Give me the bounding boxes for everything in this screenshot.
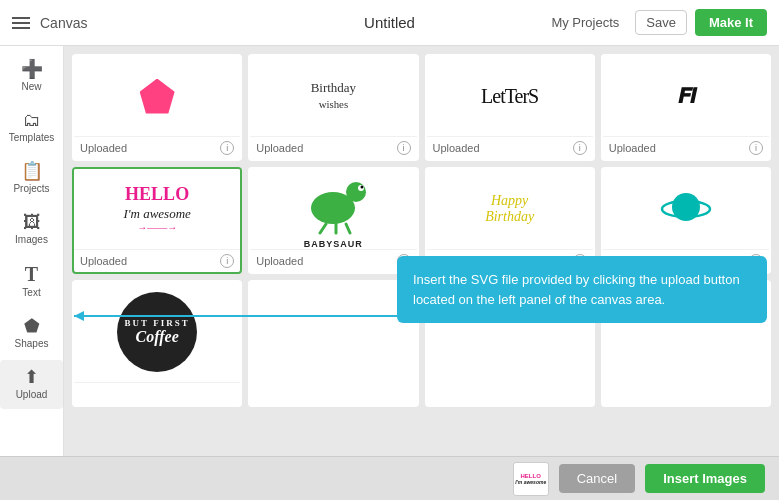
grid-item-6[interactable]: BABYSAUR Uploaded i [248,167,418,274]
grid-item-6-footer: Uploaded i [250,249,416,272]
svg-line-6 [346,224,350,233]
grid-item-4-image: 𝙁𝙄 [603,56,769,136]
document-title[interactable]: Untitled [364,14,415,31]
canvas-area: Uploaded i Birthdaywishes Uploaded i Let… [64,46,779,456]
tooltip-arrow [74,306,414,330]
birthday-image: HappyBirthday [485,193,534,225]
grid-item-9[interactable]: BUT FIRST Coffee i [72,280,242,407]
grid-item-8-image [603,169,769,249]
grid-item-2[interactable]: Birthdaywishes Uploaded i [248,54,418,161]
sidebar-item-new[interactable]: ➕ New [0,52,63,101]
grid-item-2-content: Birthdaywishes [303,72,365,120]
svg-point-9 [672,193,700,221]
grid-item-9-footer: i [74,382,240,405]
make-it-button[interactable]: Make It [695,9,767,36]
grid-item-6-image: BABYSAUR [250,169,416,249]
sidebar-item-new-label: New [21,81,41,93]
grid-item-5-label: Uploaded [80,255,127,267]
sidebar-item-templates[interactable]: 🗂 Templates [0,103,63,152]
save-button[interactable]: Save [635,10,687,35]
planet-image [651,177,721,241]
insert-images-button[interactable]: Insert Images [645,464,765,493]
main-layout: ➕ New 🗂 Templates 📋 Projects 🖼 Images T … [0,46,779,456]
svg-point-3 [361,185,364,188]
grid-item-9-image: BUT FIRST Coffee [74,282,240,382]
grid-item-3-label: Uploaded [433,142,480,154]
hello-image: HELLO I'm awesome →——→ [123,184,190,233]
info-icon-1[interactable]: i [220,141,234,155]
sidebar-item-templates-label: Templates [9,132,55,144]
grid-item-5[interactable]: HELLO I'm awesome →——→ Uploaded i [72,167,242,274]
text-icon: T [25,264,38,284]
cancel-button[interactable]: Cancel [559,464,635,493]
image-grid: Uploaded i Birthdaywishes Uploaded i Let… [72,54,771,407]
images-icon: 🖼 [23,213,41,231]
grid-item-2-label: Uploaded [256,142,303,154]
tooltip-box: Insert the SVG file provided by clicking… [397,256,767,323]
canvas-label: Canvas [40,15,87,31]
grid-item-1[interactable]: Uploaded i [72,54,242,161]
hamburger-menu[interactable] [12,17,30,29]
top-actions: My Projects Save Make It [543,9,767,36]
tooltip-text: Insert the SVG file provided by clicking… [413,272,740,307]
templates-icon: 🗂 [23,111,41,129]
info-icon-4[interactable]: i [749,141,763,155]
sidebar-item-shapes-label: Shapes [15,338,49,350]
grid-item-7-image: HappyBirthday [427,169,593,249]
sidebar-item-images-label: Images [15,234,48,246]
shapes-icon: ⬟ [24,317,40,335]
babysaur-text: BABYSAUR [298,239,368,249]
grid-item-10[interactable] [248,280,418,407]
grid-item-1-footer: Uploaded i [74,136,240,159]
sidebar-item-text-label: Text [22,287,40,299]
grid-item-3-content: LetTerS [481,85,538,108]
grid-item-4-label: Uploaded [609,142,656,154]
coffee-image: BUT FIRST Coffee [117,292,197,372]
grid-item-1-image [74,56,240,136]
upload-icon: ⬆ [24,368,39,386]
grid-item-4-footer: Uploaded i [603,136,769,159]
topbar: Canvas Untitled My Projects Save Make It [0,0,779,46]
babysaur-image: BABYSAUR [298,170,368,249]
sidebar-item-upload[interactable]: ⬆ Upload [0,360,63,409]
new-icon: ➕ [21,60,43,78]
sidebar-item-projects[interactable]: 📋 Projects [0,154,63,203]
grid-item-1-label: Uploaded [80,142,127,154]
grid-item-5-footer: Uploaded i [74,249,240,272]
info-icon-5[interactable]: i [220,254,234,268]
info-icon-3[interactable]: i [573,141,587,155]
sidebar-item-text[interactable]: T Text [0,256,63,307]
grid-item-6-label: Uploaded [256,255,303,267]
grid-item-3-footer: Uploaded i [427,136,593,159]
sidebar: ➕ New 🗂 Templates 📋 Projects 🖼 Images T … [0,46,64,456]
svg-marker-11 [74,311,84,321]
bottombar: HELLOI'm awesome Cancel Insert Images [0,456,779,500]
info-icon-2[interactable]: i [397,141,411,155]
grid-item-2-footer: Uploaded i [250,136,416,159]
grid-item-10-image [250,282,416,405]
svg-point-1 [346,182,366,202]
grid-item-2-image: Birthdaywishes [250,56,416,136]
svg-line-4 [320,224,326,233]
sidebar-item-upload-label: Upload [16,389,48,401]
grid-item-5-image: HELLO I'm awesome →——→ [74,169,240,249]
grid-item-4-content: 𝙁𝙄 [677,83,695,109]
my-projects-button[interactable]: My Projects [543,11,627,34]
preview-thumbnail: HELLOI'm awesome [513,462,549,496]
sidebar-item-shapes[interactable]: ⬟ Shapes [0,309,63,358]
sidebar-item-images[interactable]: 🖼 Images [0,205,63,254]
grid-item-3-image: LetTerS [427,56,593,136]
sidebar-item-projects-label: Projects [13,183,49,195]
projects-icon: 📋 [21,162,43,180]
svg-point-7 [314,198,326,214]
grid-item-4[interactable]: 𝙁𝙄 Uploaded i [601,54,771,161]
grid-item-3[interactable]: LetTerS Uploaded i [425,54,595,161]
